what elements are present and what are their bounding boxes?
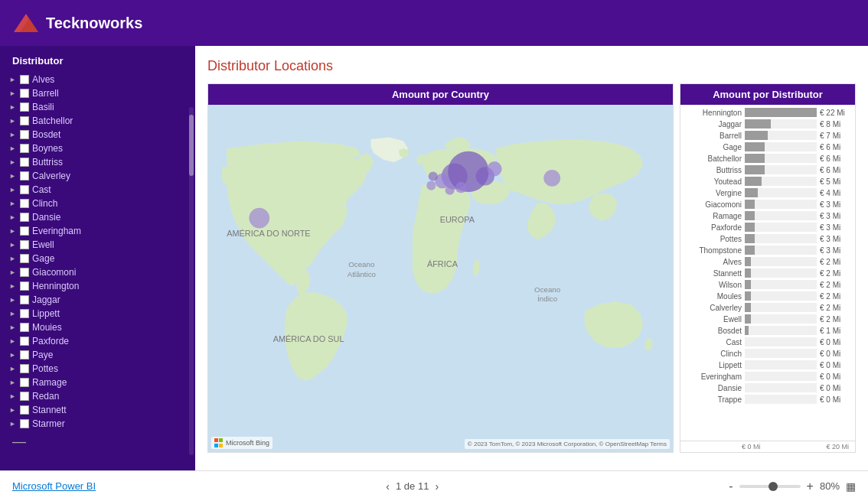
bar-fill bbox=[745, 326, 749, 335]
bar-name: Calverley bbox=[687, 304, 742, 312]
bar-track bbox=[745, 108, 817, 117]
sidebar-checkbox[interactable] bbox=[20, 171, 29, 181]
sidebar-item[interactable]: ► Ramage bbox=[6, 376, 189, 389]
bar-fill bbox=[745, 257, 751, 266]
sidebar-checkbox[interactable] bbox=[20, 378, 29, 387]
sidebar-checkbox[interactable] bbox=[20, 254, 29, 263]
sidebar-item[interactable]: ► Boynes bbox=[6, 142, 189, 155]
sidebar-checkbox[interactable] bbox=[20, 226, 29, 236]
sidebar-checkbox[interactable] bbox=[20, 130, 29, 139]
bar-fill bbox=[745, 200, 755, 209]
bar-row: Trappe € 0 Mi bbox=[687, 395, 849, 404]
bar-name: Batchellor bbox=[687, 155, 742, 163]
sidebar-item[interactable]: ► Jaggar bbox=[6, 293, 189, 307]
sidebar-item[interactable]: ► Alves bbox=[6, 73, 189, 86]
bar-fill bbox=[745, 291, 751, 301]
sidebar-checkbox[interactable] bbox=[20, 323, 29, 332]
bar-row: Vergine € 4 Mi bbox=[687, 188, 849, 197]
bar-row: Clinch € 0 Mi bbox=[687, 349, 849, 358]
sidebar-checkbox[interactable] bbox=[20, 89, 29, 98]
sidebar-item[interactable]: ► Giacomoni bbox=[6, 265, 189, 279]
sidebar-label: Starmer bbox=[32, 418, 65, 429]
sidebar-item[interactable]: ► Barrell bbox=[6, 86, 189, 100]
bar-fill bbox=[745, 165, 765, 174]
sidebar-checkbox[interactable] bbox=[20, 392, 29, 401]
sidebar-scrollbar-thumb[interactable] bbox=[189, 115, 194, 176]
bar-fill bbox=[745, 234, 755, 243]
svg-point-17 bbox=[445, 186, 455, 195]
sidebar-item[interactable]: ► Cast bbox=[6, 183, 189, 197]
sidebar-checkbox[interactable] bbox=[20, 102, 29, 112]
sidebar-item[interactable]: ► Buttriss bbox=[6, 155, 189, 169]
sidebar-checkbox[interactable] bbox=[20, 419, 29, 428]
bar-track bbox=[745, 372, 817, 381]
sidebar-item[interactable]: ► Ewell bbox=[6, 238, 189, 252]
bar-row: Everingham € 0 Mi bbox=[687, 372, 849, 381]
bar-name: Moules bbox=[687, 292, 742, 301]
sidebar-checkbox[interactable] bbox=[20, 295, 29, 304]
sidebar-label: Ewell bbox=[32, 239, 54, 250]
sidebar-item[interactable]: ► Batchellor bbox=[6, 114, 189, 128]
sidebar-checkbox[interactable] bbox=[20, 350, 29, 359]
sidebar-item[interactable]: ► Everingham bbox=[6, 224, 189, 238]
sidebar-item[interactable]: ► Hennington bbox=[6, 279, 189, 293]
sidebar-item[interactable]: ► Dansie bbox=[6, 210, 189, 224]
sidebar-arrow: ► bbox=[9, 117, 17, 125]
sidebar-item[interactable]: ► Stannett bbox=[6, 403, 189, 417]
zoom-slider[interactable] bbox=[739, 485, 801, 488]
svg-text:ÁFRICA: ÁFRICA bbox=[427, 259, 458, 268]
fit-page-icon[interactable]: ▦ bbox=[846, 480, 856, 493]
bar-row: Gage € 6 Mi bbox=[687, 142, 849, 151]
sidebar-checkbox[interactable] bbox=[20, 405, 29, 415]
sidebar-item[interactable]: ► Lippett bbox=[6, 307, 189, 320]
sidebar-checkbox[interactable] bbox=[20, 337, 29, 346]
zoom-in-button[interactable]: + bbox=[807, 480, 814, 493]
sidebar-item[interactable]: ► Bosdet bbox=[6, 128, 189, 142]
sidebar-checkbox[interactable] bbox=[20, 281, 29, 291]
sidebar-item[interactable]: ► Paxforde bbox=[6, 334, 189, 348]
bar-name: Alves bbox=[687, 258, 742, 266]
next-page-button[interactable]: › bbox=[435, 480, 439, 493]
sidebar-checkbox[interactable] bbox=[20, 199, 29, 208]
bar-name: Vergine bbox=[687, 189, 742, 197]
zoom-slider-thumb[interactable] bbox=[768, 482, 778, 491]
sidebar-scrollbar[interactable] bbox=[189, 107, 194, 455]
bar-row: Jaggar € 8 Mi bbox=[687, 119, 849, 129]
sidebar-item[interactable]: ► Starmer bbox=[6, 417, 189, 431]
sidebar-checkbox[interactable] bbox=[20, 240, 29, 249]
sidebar-checkbox[interactable] bbox=[20, 309, 29, 318]
prev-page-button[interactable]: ‹ bbox=[386, 480, 390, 493]
bar-track bbox=[745, 257, 817, 266]
sidebar-label: Buttriss bbox=[32, 157, 63, 168]
sidebar-checkbox[interactable] bbox=[20, 144, 29, 153]
sidebar-item[interactable]: ► Mouies bbox=[6, 320, 189, 334]
logo-area: Tecknoworks bbox=[12, 12, 142, 34]
bar-track bbox=[745, 268, 817, 278]
sidebar-checkbox[interactable] bbox=[20, 268, 29, 277]
sidebar-item[interactable]: ► Gage bbox=[6, 252, 189, 265]
zoom-out-button[interactable]: - bbox=[729, 480, 733, 493]
sidebar-item[interactable]: ► Redan bbox=[6, 389, 189, 403]
sidebar-checkbox[interactable] bbox=[20, 116, 29, 125]
map-container[interactable]: AMÉRICA DO NORTE EUROPA ÁFRICA AMÉRICA D… bbox=[208, 105, 673, 452]
sidebar-item[interactable]: ► Basili bbox=[6, 100, 189, 114]
bar-value: € 7 Mi bbox=[820, 132, 849, 140]
sidebar-checkbox[interactable] bbox=[20, 75, 29, 84]
bar-track bbox=[745, 188, 817, 197]
powerbi-link[interactable]: Microsoft Power BI bbox=[12, 480, 96, 492]
sidebar-label: Giacomoni bbox=[32, 267, 76, 278]
sidebar-item[interactable]: ► Paye bbox=[6, 348, 189, 362]
bar-fill bbox=[745, 119, 771, 129]
bar-row: Thompstone € 3 Mi bbox=[687, 246, 849, 255]
sidebar-item[interactable]: ► Calverley bbox=[6, 169, 189, 183]
sidebar-checkbox[interactable] bbox=[20, 364, 29, 373]
bar-row: Calverley € 2 Mi bbox=[687, 303, 849, 312]
sidebar-item[interactable]: ► Pottes bbox=[6, 362, 189, 376]
sidebar-checkbox[interactable] bbox=[20, 158, 29, 167]
sidebar-checkbox[interactable] bbox=[20, 185, 29, 194]
sidebar-arrow: ► bbox=[9, 351, 17, 359]
sidebar-arrow: ► bbox=[9, 392, 17, 400]
sidebar-checkbox[interactable] bbox=[20, 213, 29, 222]
bar-row: Cast € 0 Mi bbox=[687, 337, 849, 346]
sidebar-item[interactable]: ► Clinch bbox=[6, 197, 189, 210]
